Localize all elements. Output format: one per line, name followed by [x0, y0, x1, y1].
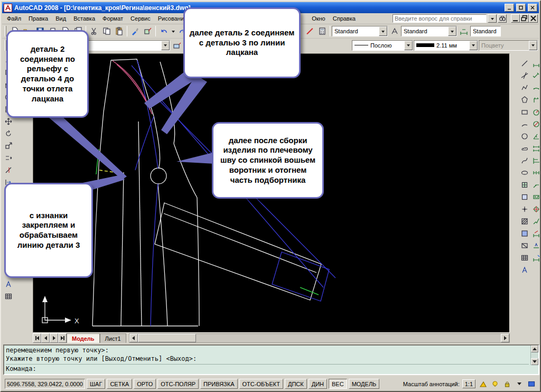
- help-search-button[interactable]: [498, 14, 507, 23]
- text-style-dropdown[interactable]: [379, 26, 387, 36]
- construction-line-tool-button[interactable]: [519, 69, 530, 81]
- undo-button[interactable]: [157, 25, 170, 37]
- tab-model[interactable]: Модель: [67, 333, 100, 343]
- table-tool-button[interactable]: [3, 290, 14, 302]
- region-tool-button[interactable]: [519, 239, 530, 251]
- stretch-tool-button[interactable]: [3, 152, 14, 164]
- text-style-manager-button[interactable]: [388, 25, 400, 37]
- status-menu-button[interactable]: [515, 379, 524, 389]
- next-tab-button[interactable]: [50, 333, 58, 343]
- copy-button[interactable]: [100, 25, 113, 37]
- point-tool-button[interactable]: [519, 203, 530, 215]
- table-style-combo[interactable]: Standard: [470, 26, 501, 36]
- last-tab-button[interactable]: [58, 333, 67, 343]
- first-tab-button[interactable]: [33, 333, 41, 343]
- rotate-tool-button[interactable]: [3, 127, 14, 139]
- scroll-down-button[interactable]: [531, 358, 538, 365]
- menu-view[interactable]: Вид: [52, 14, 70, 23]
- menu-window[interactable]: Окно: [308, 14, 329, 23]
- command-window[interactable]: перемещением первую точку>: Укажите втор…: [3, 344, 539, 375]
- ordinate-dimension-button[interactable]: [530, 94, 541, 106]
- maximize-button[interactable]: [516, 4, 526, 12]
- close-button[interactable]: [528, 4, 537, 12]
- toggle-osnap[interactable]: ПРИВЯЗКА: [200, 379, 237, 389]
- dim-style-combo[interactable]: Standard: [401, 26, 457, 36]
- undo-history-dropdown[interactable]: [170, 25, 176, 37]
- dim-style-manager-button[interactable]: [458, 25, 470, 37]
- polyline-tool-button[interactable]: [519, 81, 530, 94]
- jogged-dimension-button[interactable]: [530, 215, 541, 227]
- menu-edit[interactable]: Правка: [25, 14, 52, 23]
- minimize-button[interactable]: [505, 4, 514, 12]
- mdi-restore-button[interactable]: [520, 14, 529, 23]
- dim-style-dropdown[interactable]: [448, 26, 456, 36]
- dimension-text-edit-button[interactable]: [530, 239, 541, 251]
- text-tool-button[interactable]: [3, 278, 14, 290]
- center-mark-button[interactable]: [530, 203, 541, 215]
- dimension-edit-button[interactable]: [530, 227, 541, 239]
- toggle-polar[interactable]: ОТС-ПОЛЯР: [157, 379, 199, 389]
- help-search-dropdown[interactable]: [488, 14, 497, 23]
- arc-tool-button[interactable]: [519, 118, 530, 130]
- table-draw-tool-button[interactable]: [519, 251, 530, 264]
- cut-button[interactable]: [88, 25, 100, 37]
- match-properties-button[interactable]: [129, 25, 141, 37]
- toggle-ducs[interactable]: ДПСК: [285, 379, 307, 389]
- continue-dimension-button[interactable]: [530, 166, 541, 179]
- linear-dimension-button[interactable]: [530, 57, 541, 69]
- menu-insert[interactable]: Вставка: [70, 14, 99, 23]
- insert-block-tool-button[interactable]: [519, 179, 530, 191]
- toolbar-grip[interactable]: [5, 26, 6, 36]
- leader-button[interactable]: [530, 179, 541, 191]
- prev-tab-button[interactable]: [41, 333, 50, 343]
- quickcalc-button[interactable]: [316, 25, 328, 37]
- toggle-snap[interactable]: ШАГ: [87, 379, 105, 389]
- toggle-model[interactable]: МОДЕЛЬ: [349, 379, 380, 389]
- tolerance-button[interactable]: [530, 191, 541, 203]
- baseline-dimension-button[interactable]: [530, 154, 541, 166]
- hatch-tool-button[interactable]: [519, 215, 530, 227]
- revcloud-tool-button[interactable]: [519, 142, 530, 154]
- polygon-tool-button[interactable]: [519, 94, 530, 106]
- linetype-dropdown[interactable]: [404, 41, 413, 50]
- annotation-scale-value[interactable]: 1:1: [462, 379, 475, 388]
- angular-dimension-button[interactable]: [530, 130, 541, 142]
- gradient-tool-button[interactable]: [519, 227, 530, 239]
- line-tool-button[interactable]: [519, 57, 530, 69]
- make-object-layer-current-button[interactable]: [171, 40, 183, 51]
- menu-tools[interactable]: Сервис: [127, 14, 154, 23]
- toggle-otrack[interactable]: ОТС-ОБЪЕКТ: [239, 379, 283, 389]
- layer-dropdown[interactable]: [161, 41, 170, 50]
- text-style-combo[interactable]: Standard: [332, 26, 388, 36]
- toggle-lineweight[interactable]: ВЕС: [329, 379, 347, 389]
- scroll-left-button[interactable]: [129, 334, 138, 342]
- circle-tool-button[interactable]: [519, 130, 530, 142]
- paste-button[interactable]: [113, 25, 125, 37]
- lineweight-dropdown[interactable]: [469, 41, 478, 50]
- clean-screen-button[interactable]: [527, 379, 536, 389]
- ellipse-tool-button[interactable]: [519, 166, 530, 179]
- menu-help[interactable]: Справка: [329, 14, 359, 23]
- mdi-minimize-button[interactable]: [511, 14, 520, 23]
- block-editor-button[interactable]: [142, 25, 154, 37]
- make-block-tool-button[interactable]: [519, 191, 530, 203]
- horizontal-scrollbar[interactable]: [129, 333, 510, 343]
- toggle-dyn[interactable]: ДИН: [309, 379, 327, 389]
- trim-tool-button[interactable]: [3, 164, 14, 176]
- quick-dimension-button[interactable]: [530, 142, 541, 154]
- lineweight-combo[interactable]: 2.11 мм: [414, 40, 478, 51]
- spline-tool-button[interactable]: [519, 154, 530, 166]
- aligned-dimension-button[interactable]: [530, 69, 541, 81]
- scrollbar-thumb[interactable]: [138, 334, 196, 342]
- toggle-ortho[interactable]: ОРТО: [134, 379, 156, 389]
- arc-length-dimension-button[interactable]: [530, 81, 541, 94]
- help-search-input[interactable]: [393, 14, 487, 23]
- mdi-close-button[interactable]: [529, 14, 538, 23]
- markup-set-manager-button[interactable]: [303, 25, 315, 37]
- linetype-combo[interactable]: Послою: [352, 40, 413, 51]
- coordinates-readout[interactable]: 5096.7558, 329.0422, 0.0000: [5, 379, 85, 389]
- scroll-right-button[interactable]: [501, 334, 509, 342]
- command-prompt[interactable]: Команда:: [6, 365, 36, 372]
- diameter-dimension-button[interactable]: [530, 118, 541, 130]
- rectangle-tool-button[interactable]: [519, 106, 530, 118]
